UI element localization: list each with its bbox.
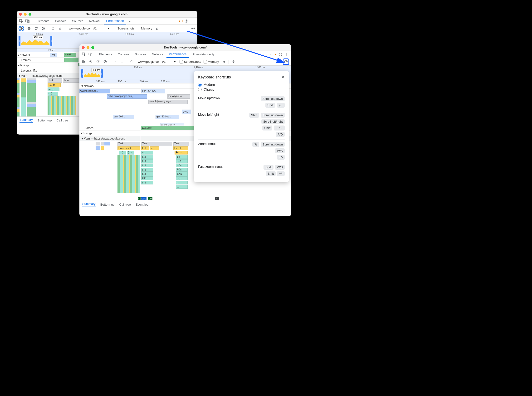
screenshots-checkbox[interactable]: Screenshots	[180, 60, 201, 64]
flame-cell[interactable]: Evalu...cript	[118, 146, 140, 150]
upload-icon[interactable]	[51, 26, 55, 31]
bottomup-tab[interactable]: Bottom-up	[100, 203, 115, 206]
home-icon[interactable]	[129, 59, 134, 64]
tab-elements[interactable]: Elements	[97, 51, 114, 58]
flame-cell[interactable]: _...a	[176, 159, 188, 163]
flame-cell[interactable]: F...l	[141, 146, 149, 150]
flame-cell[interactable]: Ru...s	[175, 151, 188, 155]
settings-gear-icon[interactable]	[276, 59, 280, 64]
flame-row[interactable]: Ev...pt	[47, 83, 61, 87]
flame-cell[interactable]: R...	[150, 146, 159, 150]
flame-cell[interactable]: a...	[141, 151, 153, 155]
tab-network[interactable]: Network	[87, 17, 103, 24]
tab-console[interactable]: Console	[115, 51, 131, 58]
gear-icon[interactable]	[278, 52, 283, 57]
record-reload-button-highlighted[interactable]	[18, 26, 24, 31]
frames-track-label[interactable]: Frames	[79, 126, 98, 130]
summary-tab[interactable]: Summary	[82, 202, 96, 207]
task-block[interactable]: Task	[47, 78, 62, 83]
recording-selector[interactable]: www.google.com #1▾	[68, 26, 111, 31]
frame-block[interactable]	[64, 58, 78, 62]
flame-cell[interactable]: NCa	[176, 163, 188, 167]
memory-checkbox[interactable]: Memory	[137, 27, 153, 30]
network-item[interactable]: oog	[50, 53, 57, 57]
f-marker[interactable]: F	[138, 197, 141, 200]
flame-cell[interactable]: ...	[176, 185, 188, 189]
tab-console[interactable]: Console	[53, 17, 69, 24]
range-handle-left[interactable]: ||	[18, 36, 20, 46]
flame-row[interactable]: (a...)	[47, 87, 59, 91]
flame-cell[interactable]: $ia	[176, 155, 188, 159]
screenshots-checkbox[interactable]: Screenshots	[113, 27, 134, 30]
net-req[interactable]: gen_204 ...	[113, 115, 134, 119]
range-handle-right[interactable]: ||	[101, 69, 103, 78]
kebab-icon[interactable]: ⋮	[284, 52, 289, 57]
task-block[interactable]: Task	[141, 142, 172, 146]
flame-cell[interactable]: RCa	[176, 168, 188, 172]
frames-track-label[interactable]: Frames	[17, 58, 43, 63]
eventlog-tab[interactable]: Event log	[136, 203, 148, 206]
clear-icon[interactable]	[41, 26, 46, 31]
recording-selector[interactable]: www.google.com #1▾	[136, 59, 177, 64]
task-block[interactable]: Task	[63, 78, 80, 83]
task-block[interactable]: Task	[118, 142, 140, 146]
flame-row[interactable]: (...)	[47, 92, 58, 96]
garbage-collect-icon[interactable]	[155, 26, 160, 31]
record-reload-button[interactable]	[81, 59, 86, 64]
net-req[interactable]: GetAsyncDat	[167, 94, 190, 99]
flame-cell[interactable]: (...)	[141, 172, 153, 176]
net-req[interactable]: hpba (www.google.com)	[107, 94, 147, 99]
flame-cell[interactable]: (...)	[127, 151, 134, 155]
calltree-tab[interactable]: Call tree	[119, 203, 131, 206]
close-icon[interactable]: ✕	[281, 75, 285, 80]
tab-performance[interactable]: Performance	[166, 51, 189, 58]
record-button[interactable]	[27, 26, 31, 31]
flame-cell[interactable]: (...)	[141, 163, 153, 167]
range-handle-right[interactable]: ||	[50, 36, 52, 46]
flame-cell[interactable]: Ev...pt	[173, 146, 188, 150]
network-track-label[interactable]: ▸ Network	[17, 52, 43, 57]
tab-sources[interactable]: Sources	[70, 17, 86, 24]
warnings-badge[interactable]: ▲ 1	[178, 19, 183, 23]
download-icon[interactable]	[120, 59, 124, 64]
warnings-badge[interactable]: ▲	[274, 53, 277, 56]
bottomup-tab[interactable]: Bottom-up	[38, 119, 52, 122]
help-button-highlighted[interactable]	[283, 58, 289, 65]
garbage-collect-icon[interactable]	[221, 59, 226, 64]
tab-elements[interactable]: Elements	[34, 17, 52, 24]
tab-sources[interactable]: Sources	[132, 51, 149, 58]
kebab-icon[interactable]: ⋮	[190, 18, 195, 24]
inspect-icon[interactable]	[81, 52, 87, 57]
flame-cell[interactable]: e.wa	[176, 172, 188, 176]
net-req[interactable]: gen_204 (w...	[141, 89, 165, 93]
net-req[interactable]: www.google.co...	[79, 89, 110, 93]
net-req[interactable]: gen_	[182, 110, 191, 114]
network-track-label[interactable]: ▼ Network	[79, 83, 98, 88]
timings-track-label[interactable]: ▸ Timings	[79, 131, 98, 136]
cp-marker[interactable]: CP	[148, 197, 153, 200]
clear-icon[interactable]	[103, 59, 107, 64]
layout-shifts-label[interactable]: Layout shifts	[17, 68, 43, 73]
gear-icon[interactable]	[184, 18, 189, 24]
download-icon[interactable]	[58, 26, 63, 31]
flame-cell[interactable]: kKa	[141, 176, 153, 180]
inspect-icon[interactable]	[18, 18, 24, 24]
record-button[interactable]	[89, 59, 93, 64]
device-icon[interactable]	[25, 18, 30, 24]
more-tabs-icon[interactable]: »	[268, 52, 273, 57]
net-req[interactable]: gen_204 (w...	[155, 115, 179, 119]
tab-ai-assistance[interactable]: AI assistance	[190, 51, 217, 58]
tab-performance[interactable]: Performance	[104, 17, 126, 24]
radio-classic[interactable]: Classic	[198, 87, 285, 91]
reload-icon[interactable]	[34, 26, 39, 31]
device-icon[interactable]	[88, 52, 93, 57]
flame-cell[interactable]: (...)	[119, 151, 126, 155]
flame-cell[interactable]: c	[176, 181, 188, 184]
flame-cell[interactable]: (...)	[176, 176, 188, 180]
task-block[interactable]: Task	[173, 142, 189, 146]
calltree-tab[interactable]: Call tree	[57, 119, 68, 122]
main-track-label[interactable]: ▼ Main — https://www.google.com/	[79, 136, 127, 141]
flame-cell[interactable]: (...)	[141, 159, 153, 163]
flame-cell[interactable]: (...)	[141, 181, 153, 184]
reload-icon[interactable]	[96, 59, 100, 64]
